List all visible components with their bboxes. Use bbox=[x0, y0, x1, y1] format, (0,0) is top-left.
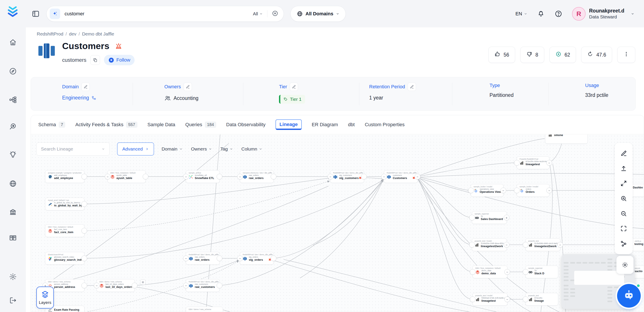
tier-badge[interactable]: Tier 1 bbox=[279, 95, 305, 104]
process-node-icon[interactable] bbox=[140, 279, 146, 285]
filter-owners-dropdown[interactable]: Owners bbox=[191, 146, 212, 152]
clear-search-icon[interactable] bbox=[272, 10, 278, 18]
lineage-node-stg-customers[interactable]: RedshiftProd / dev / demo_dbt_jaffle stg… bbox=[330, 170, 364, 183]
lineage-node-raw-orders-1[interactable]: red-pere-20241211 / dev / dbt_jaffle raw… bbox=[240, 170, 274, 183]
glossary-icon[interactable] bbox=[0, 234, 26, 242]
home-icon[interactable] bbox=[0, 38, 26, 46]
lineage-node-customers[interactable]: RedshiftProd / dev / demo_dbt_jaffle cus… bbox=[384, 170, 418, 183]
lineage-node-orders[interactable]: sample_looker / model ordersOrders − bbox=[517, 184, 550, 197]
insights-icon[interactable] bbox=[0, 151, 26, 159]
expand-minus-left[interactable]: − bbox=[105, 174, 110, 180]
port-right[interactable] bbox=[82, 283, 87, 288]
upload-icon[interactable] bbox=[620, 165, 627, 172]
popularity-button[interactable]: 47.6 bbox=[581, 47, 612, 63]
governance-icon[interactable] bbox=[0, 208, 26, 216]
layers-button[interactable]: Layers bbox=[36, 286, 54, 308]
port-right[interactable] bbox=[271, 255, 276, 261]
lineage-node-testing-partial[interactable]: -0370-4testing bbox=[632, 238, 644, 251]
port-left[interactable] bbox=[468, 188, 474, 193]
lineage-node-slack-dashboard[interactable]: sample_superset 33Slack D bbox=[526, 265, 558, 278]
edit-icon[interactable] bbox=[184, 83, 192, 91]
lineage-node-lineagetest2work-1[interactable]: powerbi_test / model 314bd25e-339f-4bea-… bbox=[472, 238, 507, 251]
copy-icon[interactable] bbox=[90, 55, 100, 65]
workflow-icon[interactable] bbox=[0, 96, 26, 104]
expand-minus-left[interactable]: − bbox=[328, 174, 333, 180]
lineage-canvas[interactable]: Search Lineage Advanced DomainOwnersTagC… bbox=[31, 134, 644, 312]
filter-tag-dropdown[interactable]: Tag bbox=[220, 146, 233, 152]
edit-icon[interactable] bbox=[620, 150, 627, 157]
port-right[interactable] bbox=[132, 283, 138, 288]
port-left[interactable] bbox=[470, 296, 476, 302]
port-right[interactable] bbox=[82, 228, 87, 234]
follow-button[interactable]: Follow bbox=[104, 55, 135, 65]
port-right[interactable] bbox=[82, 255, 87, 261]
search-scope-dropdown[interactable]: All bbox=[253, 11, 263, 17]
port-left[interactable] bbox=[514, 188, 520, 193]
upvotes-button[interactable]: 56 bbox=[488, 47, 515, 63]
lineage-node-dbx-partial[interactable]: DBX / demo / new_schema bbox=[186, 307, 223, 312]
breadcrumb-item[interactable]: Demo dbt Jaffle bbox=[82, 31, 114, 36]
atlan-logo-icon[interactable] bbox=[6, 6, 19, 19]
tab-schema[interactable]: Schema7 bbox=[38, 122, 65, 128]
domains-dropdown[interactable]: All Domains bbox=[290, 6, 346, 22]
meta-value[interactable]: Engineering bbox=[62, 95, 89, 101]
lineage-node-fact-core-item[interactable]: DBX / hive_metastore / default fact_core… bbox=[45, 224, 84, 237]
expand-minus-right[interactable]: − bbox=[500, 188, 506, 193]
expand-minus-right[interactable]: − bbox=[504, 296, 510, 302]
tab-custom-properties[interactable]: Custom Properties bbox=[365, 122, 404, 127]
filter-domain-dropdown[interactable]: Domain bbox=[162, 146, 182, 152]
expand-plus-right[interactable]: + bbox=[504, 215, 510, 220]
expand-minus-left[interactable]: − bbox=[237, 255, 243, 261]
edit-icon[interactable] bbox=[290, 83, 298, 91]
global-search[interactable]: customer All bbox=[46, 6, 284, 22]
expand-minus-right[interactable]: − bbox=[504, 242, 510, 248]
filter-column-dropdown[interactable]: Column bbox=[241, 146, 262, 152]
lineage-node-io-global[interactable]: mysql_prod / default / sys io_global_by_… bbox=[45, 198, 84, 210]
port-left[interactable] bbox=[514, 160, 520, 166]
lineage-node-lineagetest-pbi[interactable]: Powerbi-Redshift-Prod 872e1f0c-500e-4e28… bbox=[517, 157, 550, 169]
language-dropdown[interactable]: EN bbox=[515, 11, 527, 17]
port-right[interactable] bbox=[143, 174, 148, 180]
search-input[interactable]: customer bbox=[64, 11, 248, 17]
chat-assistant-button[interactable] bbox=[617, 284, 641, 307]
port-right[interactable] bbox=[361, 174, 367, 180]
port-left[interactable] bbox=[523, 242, 528, 248]
breadcrumb[interactable]: RedshiftProd/dev/Demo dbt Jaffle bbox=[37, 31, 114, 37]
lineage-node-raw-customers[interactable]: RedshiftProd / dev / demo_dbt_jaffle raw… bbox=[186, 279, 220, 292]
expand-minus-left[interactable]: − bbox=[94, 283, 100, 288]
port-left[interactable] bbox=[523, 296, 528, 302]
expand-icon[interactable] bbox=[620, 180, 627, 187]
zoom-in-icon[interactable] bbox=[620, 195, 627, 202]
announcement-alert-icon[interactable] bbox=[114, 42, 123, 51]
port-left[interactable] bbox=[523, 269, 528, 275]
lineage-node-last-10-days-orders[interactable]: DBX / demo / new_schema last_10_days_ord… bbox=[96, 279, 135, 292]
lineage-node-add-employee[interactable]: postgres-example / postgres / production… bbox=[45, 170, 84, 183]
discovery-icon[interactable] bbox=[0, 122, 26, 130]
gear-settings-button[interactable] bbox=[616, 256, 634, 274]
lineage-node-snowflake-etl[interactable]: sample_airflow snowflake_etlSnowflake ET… bbox=[186, 170, 220, 183]
compass-icon[interactable] bbox=[0, 67, 26, 75]
sidebar-toggle-icon[interactable] bbox=[32, 10, 40, 18]
tab-data-observability[interactable]: Data Observability bbox=[226, 122, 266, 127]
lineage-node-raw-orders-2[interactable]: RedshiftProd / dev / demo_dbt_jaffle raw… bbox=[186, 252, 220, 265]
lineage-search-input[interactable]: Search Lineage bbox=[36, 142, 110, 155]
expand-minus-left[interactable]: − bbox=[183, 255, 189, 261]
lineage-node-omone[interactable]: omone bbox=[545, 134, 588, 144]
lineage-node-lineagetest-2[interactable]: powerbi_test / model f4fd30a6-57d6-4cf9-… bbox=[472, 293, 508, 306]
expand-minus-left[interactable]: − bbox=[183, 174, 189, 180]
graph-icon[interactable] bbox=[620, 240, 627, 247]
tab-queries[interactable]: Queries184 bbox=[185, 122, 216, 128]
fullscreen-icon[interactable] bbox=[620, 225, 627, 232]
lineage-node-glossary-search-index[interactable]: ElasticSearchProd glossary_search_indexg… bbox=[45, 252, 84, 265]
lineage-node-stg-orders[interactable]: RedshiftProd / dev / demo_dbt_jaffle stg… bbox=[240, 252, 274, 265]
lineage-node-operations-view[interactable]: sample_looker / model operations_viewOpe… bbox=[471, 184, 504, 197]
help-icon[interactable] bbox=[554, 10, 562, 18]
expand-minus-right[interactable]: − bbox=[546, 160, 552, 166]
advanced-filter-button[interactable]: Advanced bbox=[117, 142, 154, 155]
port-right[interactable] bbox=[271, 174, 276, 180]
notifications-bell-icon[interactable] bbox=[537, 10, 545, 18]
expand-minus-right[interactable]: − bbox=[546, 188, 552, 193]
breadcrumb-item[interactable]: dev bbox=[69, 31, 76, 36]
port-right[interactable] bbox=[82, 174, 87, 180]
lineage-node-demo-data[interactable]: DBX / hive_metastore / default demo_data… bbox=[472, 265, 508, 278]
